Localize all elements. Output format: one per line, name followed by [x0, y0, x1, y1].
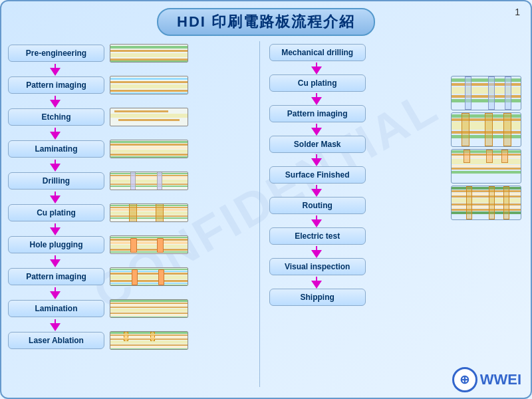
logo-circle: ⊕ — [452, 367, 477, 392]
step-row-r8: Visual inspection — [269, 258, 524, 275]
big-pcb-1 — [451, 76, 521, 110]
left-panel: Pre-engineering Pattern imaging — [8, 41, 257, 387]
column-divider — [259, 41, 260, 387]
pcb-img-2 — [110, 76, 188, 94]
big-pcb-2 — [451, 112, 521, 147]
step-row-7: Hole plugging — [8, 235, 257, 254]
pcb-img-1 — [110, 44, 188, 63]
step-label-cu-plating-1: Cu plating — [8, 204, 104, 221]
step-label-pattern-imaging-1: Pattern imaging — [8, 76, 104, 94]
step-label-pre-engineering: Pre-engineering — [8, 45, 104, 62]
main-page: CONFIDENTIAL 1 HDI 印刷電路板流程介紹 Pre-enginee… — [0, 0, 532, 399]
page-number: 1 — [515, 7, 520, 17]
step-label-laminating: Laminating — [8, 140, 104, 158]
content-area: Pre-engineering Pattern imaging — [1, 41, 531, 387]
step-row-3: Etching — [8, 108, 257, 126]
pcb-img-9 — [110, 299, 188, 318]
step-label-drilling: Drilling — [8, 172, 104, 190]
big-pcb-images — [451, 76, 525, 222]
pcb-img-4 — [110, 140, 188, 158]
step-label-surface-finished: Surface Finished — [269, 166, 366, 184]
big-pcb-3 — [451, 149, 521, 184]
step-row-6: Cu plating — [8, 203, 257, 222]
step-row-5: Drilling — [8, 172, 257, 190]
step-label-mechanical-drilling: Mechanical drilling — [269, 44, 366, 61]
step-label-visual-inspection: Visual inspection — [269, 258, 366, 275]
big-pcb-4 — [451, 186, 521, 220]
step-label-shipping: Shipping — [269, 289, 366, 306]
logo-w-symbol: ⊕ — [460, 372, 469, 387]
pcb-img-10 — [110, 331, 188, 350]
step-row-10: Laser Ablation — [8, 331, 257, 350]
step-label-hole-plugging: Hole plugging — [8, 236, 104, 253]
pcb-img-5 — [110, 172, 188, 190]
step-label-routing: Routing — [269, 197, 366, 214]
step-row-1: Pre-engineering — [8, 44, 257, 63]
step-row-r7: Electric test — [269, 227, 524, 245]
step-row-r1: Mechanical drilling — [269, 44, 524, 61]
pcb-img-7 — [110, 235, 188, 254]
step-label-cu-plating-2: Cu plating — [269, 74, 366, 92]
step-label-pattern-imaging-2: Pattern imaging — [8, 268, 104, 285]
step-row-4: Laminating — [8, 140, 257, 158]
title-box: HDI 印刷電路板流程介紹 — [157, 8, 375, 36]
step-label-solder-mask: Solder Mask — [269, 136, 366, 153]
logo-text: WWEI — [480, 371, 521, 388]
step-row-2: Pattern imaging — [8, 76, 257, 94]
step-label-pattern-imaging-r: Pattern imaging — [269, 105, 366, 122]
pcb-img-6 — [110, 203, 188, 222]
step-row-8: Pattern imaging — [8, 267, 257, 286]
title-bar: HDI 印刷電路板流程介紹 — [1, 8, 531, 36]
step-row-r9: Shipping — [269, 289, 524, 306]
pcb-img-3 — [110, 108, 188, 126]
step-label-electric-test: Electric test — [269, 227, 366, 245]
step-label-lamination: Lamination — [8, 300, 104, 317]
step-label-laser-ablation: Laser Ablation — [8, 332, 104, 349]
pcb-img-8 — [110, 267, 188, 286]
step-label-etching: Etching — [8, 108, 104, 126]
step-row-9: Lamination — [8, 299, 257, 318]
logo-area: ⊕ WWEI — [452, 367, 521, 392]
